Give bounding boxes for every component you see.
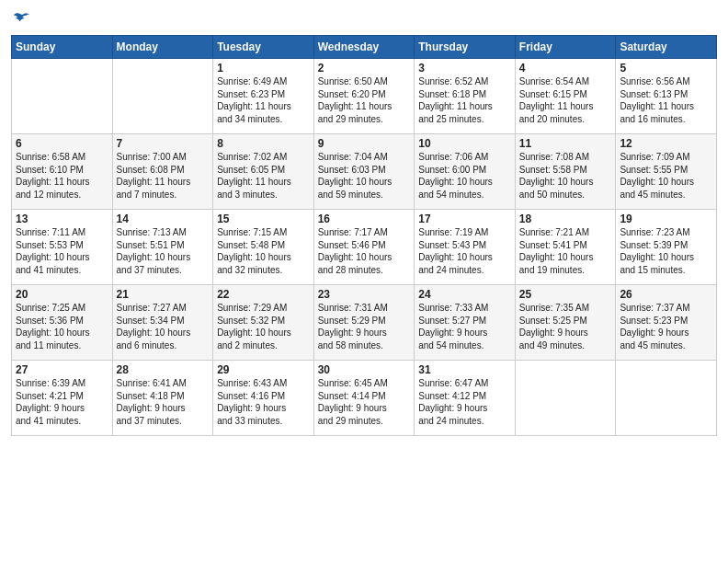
day-number: 19 [620,213,712,225]
main-container: SundayMondayTuesdayWednesdayThursdayFrid… [0,0,728,443]
calendar-cell [112,59,213,134]
day-number: 12 [620,137,712,150]
day-number: 28 [117,363,210,376]
calendar-cell: 17Sunrise: 7:19 AM Sunset: 5:43 PM Dayli… [415,210,516,285]
calendar-cell: 28Sunrise: 6:41 AM Sunset: 4:18 PM Dayli… [112,361,213,436]
day-number: 15 [217,213,310,225]
day-info: Sunrise: 7:31 AM Sunset: 5:29 PM Dayligh… [318,302,411,351]
day-number: 13 [16,213,108,225]
day-info: Sunrise: 7:19 AM Sunset: 5:43 PM Dayligh… [418,226,511,276]
day-number: 18 [519,213,612,225]
calendar-table: SundayMondayTuesdayWednesdayThursdayFrid… [11,35,717,436]
day-info: Sunrise: 6:39 AM Sunset: 4:21 PM Dayligh… [16,377,108,427]
day-info: Sunrise: 7:08 AM Sunset: 5:58 PM Dayligh… [519,151,612,201]
calendar-cell: 9Sunrise: 7:04 AM Sunset: 6:03 PM Daylig… [313,134,415,210]
calendar-cell: 20Sunrise: 7:25 AM Sunset: 5:36 PM Dayli… [12,285,113,361]
day-info: Sunrise: 7:13 AM Sunset: 5:51 PM Dayligh… [117,226,210,276]
calendar-week-row: 6Sunrise: 6:58 AM Sunset: 6:10 PM Daylig… [12,134,717,210]
day-info: Sunrise: 7:35 AM Sunset: 5:25 PM Dayligh… [519,302,612,351]
day-number: 17 [418,213,511,225]
calendar-cell: 2Sunrise: 6:50 AM Sunset: 6:20 PM Daylig… [313,59,415,134]
calendar-cell: 3Sunrise: 6:52 AM Sunset: 6:18 PM Daylig… [415,59,516,134]
day-number: 5 [620,62,712,75]
day-info: Sunrise: 7:06 AM Sunset: 6:00 PM Dayligh… [418,151,511,201]
calendar-cell [515,361,616,436]
day-number: 24 [418,288,511,301]
logo-bird-icon [12,9,32,29]
day-info: Sunrise: 6:52 AM Sunset: 6:18 PM Dayligh… [418,75,511,125]
calendar-cell: 12Sunrise: 7:09 AM Sunset: 5:55 PM Dayli… [616,134,717,210]
day-number: 2 [318,62,411,75]
day-number: 27 [16,363,108,376]
day-info: Sunrise: 6:43 AM Sunset: 4:16 PM Dayligh… [217,377,310,427]
day-number: 4 [519,62,612,75]
col-header-wednesday: Wednesday [313,36,415,59]
calendar-cell [12,59,113,134]
calendar-cell: 31Sunrise: 6:47 AM Sunset: 4:12 PM Dayli… [415,361,516,436]
day-number: 25 [519,288,612,301]
day-number: 6 [16,137,108,150]
calendar-cell: 19Sunrise: 7:23 AM Sunset: 5:39 PM Dayli… [616,210,717,285]
calendar-cell: 6Sunrise: 6:58 AM Sunset: 6:10 PM Daylig… [12,134,113,210]
day-number: 3 [418,62,511,75]
header [11,9,717,29]
col-header-sunday: Sunday [12,36,113,59]
calendar-cell: 24Sunrise: 7:33 AM Sunset: 5:27 PM Dayli… [415,285,516,361]
calendar-cell [616,361,717,436]
day-info: Sunrise: 7:29 AM Sunset: 5:32 PM Dayligh… [217,302,310,351]
calendar-cell: 30Sunrise: 6:45 AM Sunset: 4:14 PM Dayli… [313,361,415,436]
calendar-cell: 27Sunrise: 6:39 AM Sunset: 4:21 PM Dayli… [12,361,113,436]
day-info: Sunrise: 6:50 AM Sunset: 6:20 PM Dayligh… [318,75,411,125]
calendar-cell: 18Sunrise: 7:21 AM Sunset: 5:41 PM Dayli… [515,210,616,285]
calendar-cell: 29Sunrise: 6:43 AM Sunset: 4:16 PM Dayli… [213,361,314,436]
calendar-week-row: 20Sunrise: 7:25 AM Sunset: 5:36 PM Dayli… [12,285,717,361]
calendar-cell: 22Sunrise: 7:29 AM Sunset: 5:32 PM Dayli… [213,285,314,361]
day-info: Sunrise: 7:15 AM Sunset: 5:48 PM Dayligh… [217,226,310,276]
col-header-monday: Monday [112,36,213,59]
calendar-cell: 13Sunrise: 7:11 AM Sunset: 5:53 PM Dayli… [12,210,113,285]
day-number: 22 [217,288,310,301]
day-number: 23 [318,288,411,301]
day-number: 21 [117,288,210,301]
logo [11,9,32,29]
day-number: 11 [519,137,612,150]
col-header-thursday: Thursday [415,36,516,59]
day-info: Sunrise: 7:33 AM Sunset: 5:27 PM Dayligh… [418,302,511,351]
day-info: Sunrise: 7:09 AM Sunset: 5:55 PM Dayligh… [620,151,712,201]
day-info: Sunrise: 7:25 AM Sunset: 5:36 PM Dayligh… [16,302,108,351]
day-number: 9 [318,137,411,150]
calendar-cell: 7Sunrise: 7:00 AM Sunset: 6:08 PM Daylig… [112,134,213,210]
day-info: Sunrise: 7:02 AM Sunset: 6:05 PM Dayligh… [217,151,310,201]
day-info: Sunrise: 6:45 AM Sunset: 4:14 PM Dayligh… [318,377,411,427]
calendar-cell: 4Sunrise: 6:54 AM Sunset: 6:15 PM Daylig… [515,59,616,134]
day-info: Sunrise: 6:54 AM Sunset: 6:15 PM Dayligh… [519,75,612,125]
calendar-cell: 21Sunrise: 7:27 AM Sunset: 5:34 PM Dayli… [112,285,213,361]
calendar-cell: 16Sunrise: 7:17 AM Sunset: 5:46 PM Dayli… [313,210,415,285]
calendar-week-row: 27Sunrise: 6:39 AM Sunset: 4:21 PM Dayli… [12,361,717,436]
day-number: 10 [418,137,511,150]
day-info: Sunrise: 6:56 AM Sunset: 6:13 PM Dayligh… [620,75,712,125]
day-info: Sunrise: 6:49 AM Sunset: 6:23 PM Dayligh… [217,75,310,125]
calendar-cell: 15Sunrise: 7:15 AM Sunset: 5:48 PM Dayli… [213,210,314,285]
day-number: 1 [217,62,310,75]
col-header-friday: Friday [515,36,616,59]
day-number: 8 [217,137,310,150]
day-info: Sunrise: 6:41 AM Sunset: 4:18 PM Dayligh… [117,377,210,427]
day-info: Sunrise: 7:23 AM Sunset: 5:39 PM Dayligh… [620,226,712,276]
calendar-cell: 10Sunrise: 7:06 AM Sunset: 6:00 PM Dayli… [415,134,516,210]
calendar-cell: 8Sunrise: 7:02 AM Sunset: 6:05 PM Daylig… [213,134,314,210]
day-info: Sunrise: 7:27 AM Sunset: 5:34 PM Dayligh… [117,302,210,351]
day-number: 30 [318,363,411,376]
calendar-cell: 1Sunrise: 6:49 AM Sunset: 6:23 PM Daylig… [213,59,314,134]
day-info: Sunrise: 7:00 AM Sunset: 6:08 PM Dayligh… [117,151,210,201]
col-header-tuesday: Tuesday [213,36,314,59]
day-number: 20 [16,288,108,301]
calendar-cell: 23Sunrise: 7:31 AM Sunset: 5:29 PM Dayli… [313,285,415,361]
calendar-cell: 25Sunrise: 7:35 AM Sunset: 5:25 PM Dayli… [515,285,616,361]
day-info: Sunrise: 7:04 AM Sunset: 6:03 PM Dayligh… [318,151,411,201]
col-header-saturday: Saturday [616,36,717,59]
day-info: Sunrise: 6:58 AM Sunset: 6:10 PM Dayligh… [16,151,108,201]
day-number: 7 [117,137,210,150]
day-number: 31 [418,363,511,376]
calendar-cell: 26Sunrise: 7:37 AM Sunset: 5:23 PM Dayli… [616,285,717,361]
